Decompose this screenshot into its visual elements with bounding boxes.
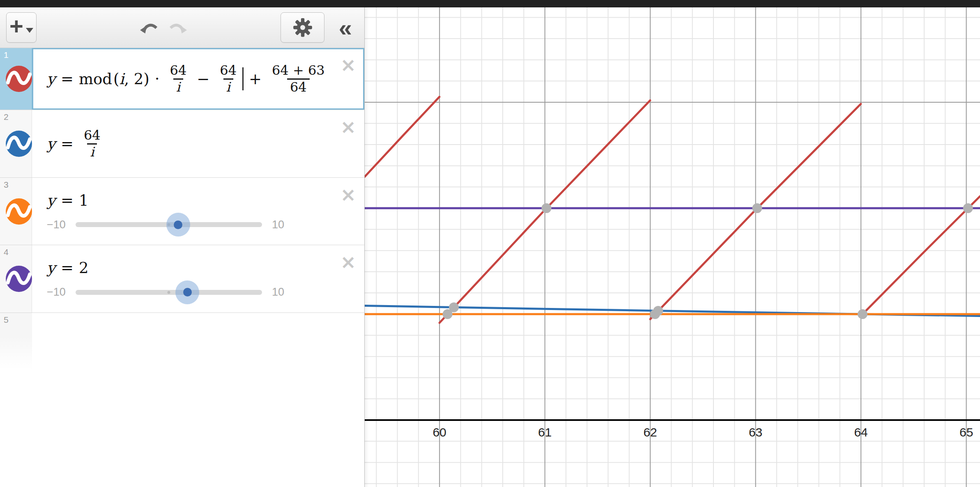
slider-track[interactable] [76, 222, 262, 227]
expression-color-icon[interactable] [5, 198, 32, 225]
close-expression-button[interactable]: × [340, 117, 356, 136]
math-token: , 2 [124, 70, 143, 88]
intersection-point[interactable] [858, 309, 867, 319]
math-token: 1 [79, 192, 89, 209]
close-expression-button[interactable]: × [340, 55, 356, 74]
x-tick-label: 63 [749, 425, 762, 439]
x-tick-label: 60 [432, 425, 446, 439]
math-token: i [90, 144, 94, 160]
row-number: 3 [4, 180, 9, 190]
expression-math: y=mod(i, 2)·64i−64i+64 + 6364 [47, 63, 364, 95]
expression-row: 3y=1−1010× [0, 178, 364, 245]
x-tick-label: 64 [854, 425, 867, 439]
gear-icon [293, 18, 313, 37]
slider-min-label: −10 [47, 218, 66, 231]
expression-input[interactable] [32, 313, 364, 371]
expression-row: 5 [0, 313, 364, 371]
math-fraction: 64i [167, 63, 190, 95]
expression-row: 4y=2−1010× [0, 245, 364, 313]
caret-down-icon [26, 28, 33, 33]
expression-color-icon[interactable] [5, 130, 32, 157]
expression-input[interactable]: y=1−1010 [32, 178, 364, 245]
curve-segment [861, 196, 980, 316]
expression-input[interactable]: y=mod(i, 2)·64i−64i+64 + 6364 [32, 48, 364, 110]
graph-settings-button[interactable] [281, 12, 324, 43]
math-token: + [249, 70, 262, 88]
slider-handle[interactable] [175, 280, 199, 304]
row-number: 5 [4, 315, 9, 325]
x-tick-label: 65 [959, 425, 973, 439]
math-token: y [47, 70, 55, 88]
math-token: 64 + 63 [272, 62, 325, 78]
fraction-denominator: i [87, 143, 97, 160]
expression-input[interactable]: y=64i [32, 110, 364, 177]
math-token: − [197, 70, 209, 88]
math-token: ( [113, 70, 119, 88]
graph-canvas[interactable]: 606162636465 [365, 7, 980, 487]
math-token: = [61, 259, 74, 277]
text-cursor [242, 67, 244, 90]
x-axis-labels: 606162636465 [432, 425, 973, 439]
row-gutter: 5 [0, 313, 32, 371]
math-fraction: 64i [217, 63, 239, 95]
math-token: i [176, 79, 180, 95]
fraction-numerator: 64 + 63 [269, 63, 328, 78]
math-token: i [226, 79, 230, 95]
math-token: = [61, 135, 74, 153]
collapse-panel-button[interactable]: « [331, 7, 360, 48]
undo-icon[interactable] [140, 21, 159, 35]
math-token: y [47, 135, 55, 153]
desmos-app: + [0, 0, 980, 487]
intersection-point[interactable] [542, 203, 552, 213]
intersection-points[interactable] [443, 203, 973, 319]
curve-0[interactable] [365, 97, 980, 323]
fraction-numerator: 64 [217, 63, 239, 78]
expression-math: y=64i [47, 128, 364, 160]
math-token: 2 [79, 259, 89, 277]
math-token: 64 [170, 62, 187, 78]
redo-icon[interactable] [168, 21, 187, 35]
close-expression-button[interactable]: × [340, 185, 356, 204]
slider-max-label: 10 [272, 218, 284, 231]
math-token: y [47, 259, 55, 277]
graph-area[interactable]: 606162636465 [365, 7, 980, 487]
slider-center-tick [167, 291, 170, 294]
row-number: 2 [4, 112, 9, 122]
intersection-point[interactable] [449, 302, 459, 312]
intersection-point[interactable] [752, 203, 762, 213]
add-expression-button[interactable]: + [6, 12, 37, 43]
slider: −1010 [47, 286, 284, 299]
row-number: 1 [4, 50, 9, 60]
undo-redo-group [140, 7, 187, 48]
slider-max-label: 10 [272, 286, 284, 299]
math-token: 64 [290, 79, 307, 95]
math-token: ) [143, 70, 149, 88]
intersection-point[interactable] [963, 203, 973, 213]
math-token: mod [79, 70, 112, 88]
expression-color-icon[interactable] [5, 265, 32, 292]
row-number: 4 [4, 247, 9, 257]
slider-handle[interactable] [166, 213, 190, 237]
math-token: = [61, 192, 74, 209]
fraction-numerator: 64 [167, 63, 190, 78]
expression-row: 1y=mod(i, 2)·64i−64i+64 + 6364× [0, 48, 364, 110]
fraction-denominator: i [223, 78, 233, 95]
expression-panel: + [0, 7, 365, 487]
grid-major [365, 7, 980, 487]
sine-wave-circle-icon [5, 198, 32, 225]
intersection-point[interactable] [653, 306, 663, 316]
expression-input[interactable]: y=2−1010 [32, 245, 364, 312]
expression-math: y=2 [47, 259, 364, 277]
math-token: = [61, 70, 74, 88]
fraction-numerator: 64 [81, 128, 104, 143]
fraction-denominator: i [173, 78, 183, 95]
expression-list: 1y=mod(i, 2)·64i−64i+64 + 6364×2y=64i×3y… [0, 48, 364, 371]
expression-color-icon[interactable] [5, 65, 32, 92]
sine-wave-circle-icon [5, 130, 32, 157]
math-token: · [155, 70, 160, 88]
slider-track[interactable] [76, 290, 262, 295]
sine-wave-circle-icon [5, 265, 32, 292]
close-expression-button[interactable]: × [340, 253, 356, 271]
sine-wave-circle-icon [5, 65, 32, 92]
grid-minor [365, 7, 980, 487]
